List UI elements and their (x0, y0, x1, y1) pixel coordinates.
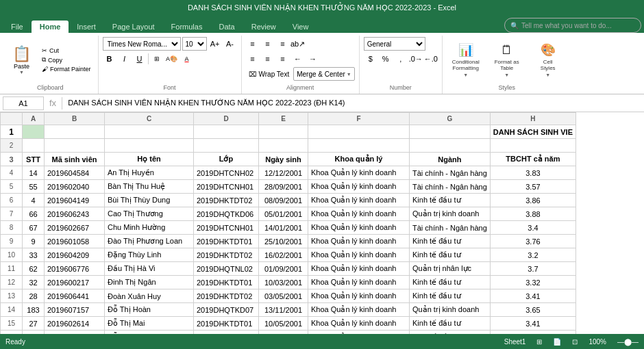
cell-r15-c0[interactable]: 27 (23, 317, 45, 331)
cell-r8-c6[interactable]: Tài chính - Ngân hàng (410, 221, 491, 235)
increase-font-button[interactable]: A+ (208, 37, 222, 51)
merge-center-button[interactable]: Merge & Center ▼ (293, 67, 355, 81)
align-top-center-button[interactable]: ≡ (261, 37, 275, 51)
decrease-indent-button[interactable]: ← (291, 52, 305, 66)
table-row[interactable]: 7662019606243Cao Thị Thương2019DHQTKD060… (1, 207, 576, 221)
cell-r6-c1[interactable]: 2019604149 (45, 194, 105, 207)
cell-r6-c5[interactable]: Khoa Quản lý kinh doanh (308, 194, 410, 207)
number-format-select[interactable]: General Number Currency Short Date (364, 37, 425, 51)
cell-r8-c4[interactable]: 14/01/2001 (259, 221, 308, 235)
cell-r5-c3[interactable]: 2019DHTCNH01 (194, 180, 259, 194)
cell-r12-c7[interactable]: 3.32 (490, 276, 575, 289)
view-page-break-icon[interactable]: ⊡ (572, 338, 578, 346)
table-row[interactable]: 1 DANH SÁCH SINH VIE (1, 125, 576, 139)
percent-button[interactable]: % (379, 52, 393, 66)
cell-r16-c5[interactable]: Khoa Quản lý kinh doanh (308, 331, 410, 335)
align-right-button[interactable]: ≡ (276, 52, 290, 66)
cell-r5-c0[interactable]: 55 (23, 180, 45, 194)
format-as-table-button[interactable]: 🗒 Format asTable ▼ (488, 41, 526, 79)
cell-r7-c4[interactable]: 05/01/2001 (259, 207, 308, 221)
col-header-h[interactable]: H (490, 113, 575, 125)
accounting-format-button[interactable]: $ (364, 52, 377, 66)
table-row[interactable]: 3STTMã sinh viênHọ tênLớpNgày sinhKhoa q… (1, 153, 576, 166)
cell-r6-c7[interactable]: 3.86 (490, 194, 575, 207)
cell-r7-c3[interactable]: 2019DHQTKD06 (194, 207, 259, 221)
tab-home[interactable]: Home (32, 21, 69, 33)
col-header-cell-7[interactable]: TBCHT cả năm (490, 153, 575, 166)
cell-r11-c6[interactable]: Quản trị nhân lực (410, 262, 491, 276)
cell-r4-c5[interactable]: Khoa Quản lý kinh doanh (308, 166, 410, 180)
cell-r5-c6[interactable]: Tài chính - Ngân hàng (410, 180, 491, 194)
cell-r10-c2[interactable]: Đặng Thùy Linh (105, 248, 194, 262)
cell-r8-c1[interactable]: 2019602667 (45, 221, 105, 235)
cell-r15-c7[interactable]: 3.41 (490, 317, 575, 331)
cell-r14-c5[interactable]: Khoa Quản lý kinh doanh (308, 303, 410, 317)
cell-r12-c0[interactable]: 32 (23, 276, 45, 289)
table-row[interactable]: 2 (1, 139, 576, 153)
cell-r10-c3[interactable]: 2019DHKTDT02 (194, 248, 259, 262)
cell-r6-c0[interactable]: 4 (23, 194, 45, 207)
cell-r10-c0[interactable]: 33 (23, 248, 45, 262)
cell-r11-c7[interactable]: 3.7 (490, 262, 575, 276)
italic-button[interactable]: I (118, 52, 132, 66)
cell-r15-c6[interactable]: Kinh tế đầu tư (410, 317, 491, 331)
col-header-c[interactable]: C (105, 113, 194, 125)
cell-r13-c2[interactable]: Đoàn Xuân Huy (105, 289, 194, 303)
cell-styles-button[interactable]: 🎨 CellStyles ▼ (529, 41, 567, 79)
cell-e1[interactable] (259, 125, 308, 139)
cell-r14-c4[interactable]: 13/11/2001 (259, 303, 308, 317)
tab-page-layout[interactable]: Page Layout (104, 21, 163, 33)
cell-r10-c7[interactable]: 3.2 (490, 248, 575, 262)
cell-r5-c2[interactable]: Bàn Thị Thu Huệ (105, 180, 194, 194)
cell-r5-c5[interactable]: Khoa Quản lý kinh doanh (308, 180, 410, 194)
table-row[interactable]: 8672019602667Chu Minh Hường2019DHTCNH011… (1, 221, 576, 235)
cell-r11-c2[interactable]: Đầu Thị Hà Vi (105, 262, 194, 276)
cell-r7-c5[interactable]: Khoa Quản lý kinh doanh (308, 207, 410, 221)
cell-r12-c2[interactable]: Đinh Thị Ngân (105, 276, 194, 289)
cell-r13-c3[interactable]: 2019DHKTDT02 (194, 289, 259, 303)
cell-r13-c5[interactable]: Khoa Quản lý kinh doanh (308, 289, 410, 303)
cell-r6-c2[interactable]: Bùi Thị Thùy Dung (105, 194, 194, 207)
col-header-cell-0[interactable]: STT (23, 153, 45, 166)
cell-r10-c5[interactable]: Khoa Quản lý kinh doanh (308, 248, 410, 262)
cell-r9-c3[interactable]: 2019DHKTDT01 (194, 235, 259, 248)
cell-r9-c5[interactable]: Khoa Quản lý kinh doanh (308, 235, 410, 248)
col-header-b[interactable]: B (45, 113, 105, 125)
cell-r14-c7[interactable]: 3.65 (490, 303, 575, 317)
cell-r8-c7[interactable]: 3.4 (490, 221, 575, 235)
cell-r7-c6[interactable]: Quản trị kinh doanh (410, 207, 491, 221)
cell-r4-c1[interactable]: 2019604584 (45, 166, 105, 180)
cell-r13-c1[interactable]: 2019606441 (45, 289, 105, 303)
tab-insert[interactable]: Insert (69, 21, 104, 33)
cell-r9-c6[interactable]: Kinh tế đầu tư (410, 235, 491, 248)
cell-f1[interactable] (308, 125, 410, 139)
tab-file[interactable]: File (3, 21, 32, 33)
cell-r15-c5[interactable]: Khoa Quản lý kinh doanh (308, 317, 410, 331)
cell-r13-c0[interactable]: 28 (23, 289, 45, 303)
cell-r10-c1[interactable]: 2019604209 (45, 248, 105, 262)
cell-r11-c5[interactable]: Khoa Quản lý kinh doanh (308, 262, 410, 276)
decrease-decimal-button[interactable]: .0→ (409, 52, 423, 66)
view-normal-icon[interactable]: ⊞ (536, 338, 542, 346)
col-header-cell-5[interactable]: Khoa quản lý (308, 153, 410, 166)
cell-h1[interactable]: DANH SÁCH SINH VIE (490, 125, 575, 139)
cell-r11-c4[interactable]: 01/09/2001 (259, 262, 308, 276)
cell-r15-c3[interactable]: 2019DHKTDT01 (194, 317, 259, 331)
view-layout-icon[interactable]: 📄 (553, 338, 561, 346)
table-row[interactable]: 642019604149Bùi Thị Thùy Dung2019DHKTDT0… (1, 194, 576, 207)
tab-view[interactable]: View (284, 21, 317, 33)
cell-r5-c1[interactable]: 2019602040 (45, 180, 105, 194)
col-header-g[interactable]: G (410, 113, 491, 125)
col-header-cell-1[interactable]: Mã sinh viên (45, 153, 105, 166)
cell-r12-c1[interactable]: 2019600217 (45, 276, 105, 289)
cell-r11-c3[interactable]: 2019DHQTNL02 (194, 262, 259, 276)
cell-r15-c1[interactable]: 2019602614 (45, 317, 105, 331)
fill-color-button[interactable]: A🎨 (165, 52, 179, 66)
cell-r10-c6[interactable]: Kinh tế đầu tư (410, 248, 491, 262)
table-row[interactable]: 15272019602614Đỗ Thị Mai2019DHKTDT0110/0… (1, 317, 576, 331)
cell-r14-c2[interactable]: Đỗ Thị Hoàn (105, 303, 194, 317)
col-header-cell-3[interactable]: Lớp (194, 153, 259, 166)
zoom-slider[interactable]: —⬤— (617, 338, 639, 346)
border-button[interactable]: ⊞ (150, 52, 164, 66)
formula-input[interactable] (65, 96, 641, 110)
